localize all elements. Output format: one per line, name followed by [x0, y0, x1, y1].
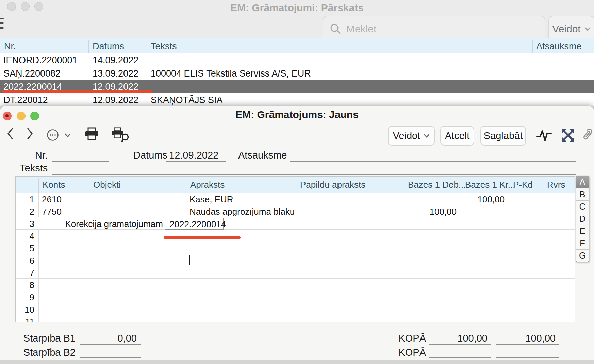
- nr-field[interactable]: [52, 161, 109, 162]
- record-window: EM: Grāmatojums: Jauns: [0, 106, 594, 360]
- toolbar-divider-line: [0, 149, 594, 149]
- print-icon[interactable]: [84, 127, 100, 141]
- grid-col-bazes1kr[interactable]: Bāzes 1 Kr...: [465, 180, 515, 190]
- row-number: 1: [16, 194, 34, 205]
- nr-field-label: Nr.: [20, 150, 48, 161]
- print-preview-icon[interactable]: [110, 127, 130, 142]
- search-icon: [329, 23, 342, 35]
- annotation-underline: [164, 236, 241, 239]
- list-item[interactable]: IENORD.2200001 14.09.2022: [0, 53, 594, 66]
- column-header-atsauksme[interactable]: Atsauksme: [536, 41, 582, 52]
- grid-col-pkd[interactable]: P-Kd: [513, 180, 533, 190]
- row-teksts: 100004 ELIS Tekstila Serviss A/S, EUR: [151, 68, 311, 79]
- tab-e[interactable]: E: [576, 225, 589, 237]
- search-placeholder: Meklēt: [346, 23, 376, 35]
- column-header-datums[interactable]: Datums: [93, 41, 124, 52]
- forward-icon[interactable]: [26, 127, 34, 140]
- starpiba-b1-label: Starpība B1: [19, 333, 76, 344]
- paperclip-icon[interactable]: [579, 127, 594, 143]
- grid-col-bazes1deb[interactable]: Bāzes 1 Deb...: [408, 180, 466, 190]
- annotation-underline: [2, 90, 152, 93]
- text-cursor: [189, 255, 190, 265]
- sidebar-handle-icon: [0, 22, 4, 24]
- grid-row-6[interactable]: 6: [16, 254, 575, 266]
- chevron-down-icon[interactable]: [64, 133, 71, 138]
- starpiba-b2-field: [80, 357, 141, 358]
- kopa2-kr-field: [496, 357, 559, 358]
- row-nr: DT.220012: [3, 95, 48, 105]
- grid-row-4[interactable]: 4: [16, 230, 575, 242]
- grid-row-9[interactable]: 9: [16, 291, 575, 303]
- row-number: 6: [16, 255, 34, 266]
- grid-row-2[interactable]: 2 7750 Naudas apgrozījuma blakus... 100,…: [16, 205, 575, 217]
- back-icon[interactable]: [6, 127, 14, 140]
- correction-value-cell[interactable]: 2022.2200014: [165, 218, 224, 230]
- cell-bazes1kr[interactable]: 100,00: [463, 194, 505, 205]
- starpiba-b1-value: 0,00: [82, 333, 137, 344]
- cell-apraksts[interactable]: Kase, EUR: [189, 194, 294, 205]
- grid-row-3-correction[interactable]: 3 Korekcija grāmatojumam: [16, 217, 575, 230]
- cell-apraksts[interactable]: Naudas apgrozījuma blakus...: [189, 206, 294, 217]
- journal-rows-grid: Konts Objekti Apraksts Papildu apraksts …: [15, 176, 575, 322]
- flip-tabs: A B C D E F G: [576, 176, 589, 262]
- tab-d[interactable]: D: [576, 213, 589, 225]
- row-teksts: SKAŅOTĀJS SIA: [151, 95, 223, 105]
- grid-col-papildu[interactable]: Papildu apraksts: [300, 180, 365, 190]
- window-bottom-edge: [0, 360, 594, 364]
- sidebar-handle-icon: [0, 27, 4, 29]
- tab-a[interactable]: A: [576, 176, 589, 188]
- screen: EM: Grāmatojumi: Pārskats Meklēt Veidot …: [0, 0, 594, 364]
- expand-arrows-icon[interactable]: [561, 128, 576, 143]
- grid-col-rvrs[interactable]: Rvrs: [547, 180, 565, 190]
- grid-col-objekti[interactable]: Objekti: [93, 180, 121, 190]
- teksts-field[interactable]: [52, 174, 576, 175]
- grid-row-5[interactable]: 5: [16, 242, 575, 254]
- tab-f[interactable]: F: [576, 237, 589, 249]
- overview-list-header: Nr. Datums Teksts Atsauksme: [0, 38, 594, 54]
- grid-col-apraksts[interactable]: Apraksts: [190, 180, 225, 190]
- grid-row-10[interactable]: 10: [16, 303, 575, 315]
- grid-row-7[interactable]: 7: [16, 266, 575, 279]
- column-header-teksts[interactable]: Teksts: [151, 41, 177, 52]
- row-datums: 12.09.2022: [93, 95, 138, 105]
- cancel-button[interactable]: Atcelt: [440, 126, 474, 146]
- grid-row-8[interactable]: 8: [16, 279, 575, 291]
- record-window-title: EM: Grāmatojums: Jauns: [0, 109, 594, 120]
- datums-field[interactable]: [166, 161, 226, 162]
- cell-konts[interactable]: 7750: [42, 206, 87, 217]
- column-divider: [532, 40, 533, 53]
- grid-col-konts[interactable]: Konts: [43, 180, 65, 190]
- grid-row-1[interactable]: 1 2610 Kase, EUR 100,00: [16, 193, 575, 205]
- tab-b[interactable]: B: [576, 188, 589, 200]
- row-number: 7: [16, 268, 34, 278]
- create-button-label: Veidot: [552, 23, 580, 35]
- tab-g[interactable]: G: [576, 249, 589, 262]
- atsauksme-field[interactable]: [290, 161, 576, 162]
- toolbar-divider: [19, 129, 19, 140]
- create-button[interactable]: Veidot: [388, 126, 435, 146]
- row-number: 5: [16, 243, 34, 254]
- row-datums: 13.09.2022: [93, 68, 138, 79]
- cell-konts[interactable]: 2610: [42, 194, 87, 205]
- kopa-kr-field: [496, 344, 559, 345]
- column-divider: [88, 40, 89, 53]
- tab-c[interactable]: C: [576, 200, 589, 213]
- overview-list: IENORD.2200001 14.09.2022 SAŅ.2200082 13…: [0, 53, 594, 106]
- save-button[interactable]: Saglabāt: [480, 126, 526, 146]
- row-nr: SAŅ.2200082: [3, 68, 61, 79]
- chevron-down-icon: [424, 134, 430, 138]
- row-number: 9: [16, 292, 34, 303]
- cell-bazes1deb[interactable]: 100,00: [406, 206, 457, 217]
- list-item[interactable]: DT.220012 12.09.2022 SKAŅOTĀJS SIA: [0, 93, 594, 106]
- row-number: 10: [16, 304, 34, 315]
- row-number: 11: [16, 317, 34, 322]
- list-item[interactable]: SAŅ.2200082 13.09.2022 100004 ELIS Tekst…: [0, 66, 594, 80]
- more-options-icon[interactable]: [46, 129, 59, 142]
- column-header-nr[interactable]: Nr.: [4, 41, 16, 52]
- overview-window-title: EM: Grāmatojumi: Pārskats: [0, 2, 594, 14]
- kopa-deb-label: KOPĀ: [395, 333, 426, 344]
- activity-pulse-icon[interactable]: [536, 128, 552, 142]
- datums-field-value[interactable]: 12.09.2022: [169, 150, 218, 161]
- row-nr: IENORD.2200001: [3, 55, 78, 66]
- grid-row-11[interactable]: 11: [16, 315, 575, 322]
